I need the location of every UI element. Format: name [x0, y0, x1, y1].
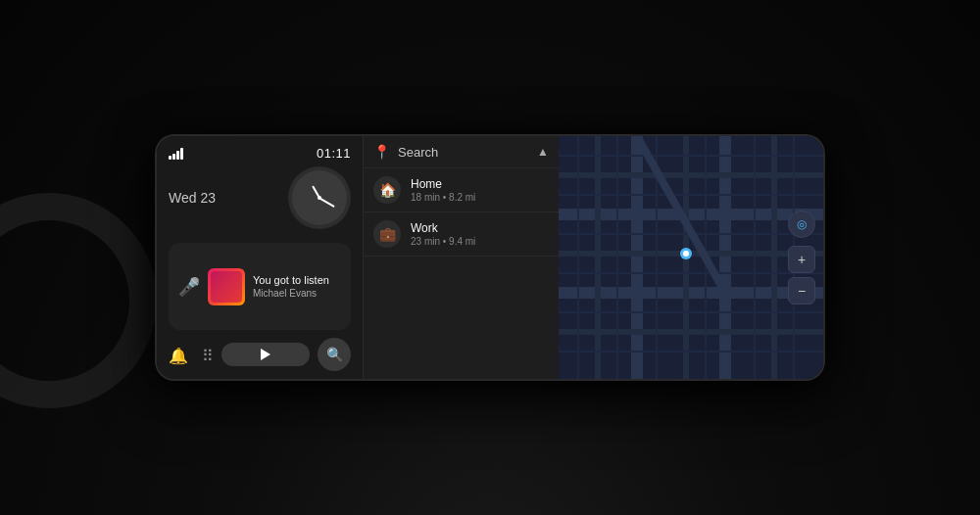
left-panel: 01:11 Wed 23 🎤 You got to listen Michael…: [157, 136, 363, 379]
work-dest-info: Work 23 min • 9.4 mi: [411, 221, 549, 247]
location-button[interactable]: ◎: [788, 211, 815, 238]
home-dest-info: Home 18 min • 8.2 mi: [411, 177, 549, 203]
search-button[interactable]: 🔍: [318, 338, 351, 371]
chevron-up-icon: ▲: [537, 145, 549, 159]
music-info: You got to listen Michael Evans: [253, 274, 341, 299]
music-widget[interactable]: 🎤 You got to listen Michael Evans: [169, 243, 351, 330]
maps-pin-icon: 📍: [373, 144, 390, 160]
play-icon: [261, 349, 270, 360]
apps-grid-icon[interactable]: ⠿: [202, 347, 214, 365]
map-controls: ◎ + −: [788, 211, 815, 304]
destination-work[interactable]: 💼 Work 23 min • 9.4 mi: [364, 212, 559, 257]
media-controls: 🔔 ⠿ 🔍: [169, 338, 351, 371]
notification-bell-icon[interactable]: 🔔: [169, 347, 188, 365]
signal-icon: [169, 148, 183, 160]
destination-home[interactable]: 🏠 Home 18 min • 8.2 mi: [364, 168, 559, 212]
navigation-search-bar[interactable]: 📍 Search ▲: [364, 136, 559, 168]
date-row: Wed 23: [169, 166, 351, 229]
signal-bar-2: [172, 154, 175, 160]
home-dest-icon: 🏠: [373, 176, 401, 204]
date-text: Wed 23: [169, 190, 216, 206]
song-title: You got to listen: [253, 274, 341, 286]
work-dest-details: 23 min • 9.4 mi: [411, 236, 549, 247]
work-dest-name: Work: [411, 221, 549, 235]
artist-name: Michael Evans: [253, 288, 341, 299]
search-icon: 🔍: [326, 347, 343, 362]
navigation-panel: 📍 Search ▲ 🏠 Home 18 min • 8.2 mi 💼 Work…: [363, 136, 559, 379]
home-dest-details: 18 min • 8.2 mi: [411, 192, 549, 203]
signal-bar-1: [169, 156, 172, 160]
mic-icon: 🎤: [178, 276, 200, 298]
minute-hand: [319, 197, 335, 207]
time-display: 01:11: [317, 146, 351, 161]
album-art-inner: [211, 271, 242, 303]
zoom-in-button[interactable]: +: [788, 246, 815, 273]
bottom-icons: 🔔 ⠿: [169, 345, 214, 365]
signal-bar-3: [176, 151, 179, 160]
map-svg: [559, 136, 823, 379]
album-art: [208, 268, 245, 305]
zoom-out-button[interactable]: −: [788, 277, 815, 304]
status-bar: 01:11: [169, 146, 351, 161]
map-panel[interactable]: ◎ + −: [559, 136, 823, 379]
home-dest-name: Home: [411, 177, 549, 191]
clock-widget[interactable]: [288, 166, 351, 229]
work-dest-icon: 💼: [373, 220, 401, 248]
play-button[interactable]: [221, 343, 310, 366]
svg-point-25: [683, 251, 689, 257]
android-auto-screen: 01:11 Wed 23 🎤 You got to listen Michael…: [157, 136, 823, 379]
search-label: Search: [398, 145, 529, 160]
signal-bar-4: [180, 148, 183, 160]
clock-center-dot: [318, 196, 321, 200]
clock-face: [292, 170, 347, 225]
